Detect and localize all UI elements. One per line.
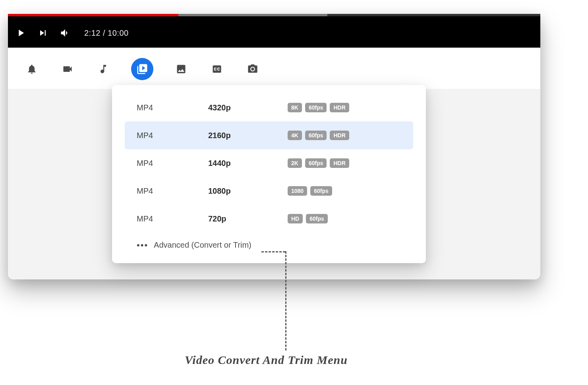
image-icon[interactable]	[173, 61, 189, 77]
advanced-row[interactable]: ••• Advanced (Convert or Trim)	[125, 233, 413, 252]
format-option[interactable]: MP44320p8K60fpsHDR	[125, 94, 413, 121]
progress-track[interactable]	[8, 14, 540, 16]
badge: 60fps	[310, 186, 332, 196]
camera-icon[interactable]	[245, 61, 261, 77]
badge: 8K	[288, 103, 302, 112]
badge: 60fps	[305, 103, 327, 112]
badge: HDR	[330, 131, 349, 140]
toolbar	[8, 48, 540, 89]
format-label: MP4	[137, 159, 208, 168]
badge: 1080	[288, 186, 307, 196]
badge: 60fps	[305, 158, 327, 168]
badge-group: 2K60fpsHDR	[288, 158, 349, 168]
format-dropdown: MP44320p8K60fpsHDRMP42160p4K60fpsHDRMP41…	[112, 85, 426, 263]
badge: 2K	[288, 158, 302, 168]
bell-icon[interactable]	[24, 61, 40, 77]
video-library-icon[interactable]	[131, 58, 153, 80]
format-option[interactable]: MP41440p2K60fpsHDR	[125, 149, 413, 177]
format-label: MP4	[137, 214, 208, 223]
badge-group: 8K60fpsHDR	[288, 103, 349, 112]
annotation-connector-v	[285, 251, 286, 350]
advanced-label: Advanced (Convert or Trim)	[154, 241, 251, 250]
player-controls: 2:12 / 10:00	[15, 21, 129, 45]
badge: HDR	[330, 103, 349, 112]
badge-group: 108060fps	[288, 186, 332, 196]
time-display: 2:12 / 10:00	[84, 29, 129, 38]
badge: HD	[288, 214, 303, 223]
annotation-label: Video Convert And Trim Menu	[185, 353, 348, 367]
next-icon[interactable]	[37, 27, 48, 38]
badge-group: 4K60fpsHDR	[288, 131, 349, 140]
resolution-label: 2160p	[208, 131, 288, 140]
resolution-label: 1440p	[208, 159, 288, 168]
progress-played	[8, 14, 178, 16]
body-area: MP44320p8K60fpsHDRMP42160p4K60fpsHDRMP41…	[8, 89, 540, 279]
player-bar: 2:12 / 10:00	[8, 14, 540, 48]
app-window: 2:12 / 10:00 MP44320p8K60fpsHDRMP42160p4…	[8, 14, 540, 279]
format-option[interactable]: MP42160p4K60fpsHDR	[125, 121, 413, 149]
video-camera-icon[interactable]	[60, 61, 75, 77]
badge: 60fps	[305, 131, 327, 140]
badge: 60fps	[306, 214, 328, 223]
ellipsis-icon: •••	[137, 241, 148, 250]
format-option[interactable]: MP41080p108060fps	[125, 177, 413, 205]
format-label: MP4	[137, 103, 208, 112]
volume-icon[interactable]	[60, 27, 71, 38]
format-label: MP4	[137, 187, 208, 196]
music-note-icon[interactable]	[95, 61, 111, 77]
resolution-label: 1080p	[208, 187, 288, 196]
badge: 4K	[288, 131, 302, 140]
resolution-label: 4320p	[208, 103, 288, 112]
resolution-label: 720p	[208, 214, 288, 223]
annotation-connector-h	[261, 251, 285, 252]
play-icon[interactable]	[15, 27, 26, 38]
format-option[interactable]: MP4720pHD60fps	[125, 205, 413, 233]
badge: HDR	[330, 158, 349, 168]
cc-icon[interactable]	[209, 61, 225, 77]
badge-group: HD60fps	[288, 214, 328, 223]
format-label: MP4	[137, 131, 208, 140]
